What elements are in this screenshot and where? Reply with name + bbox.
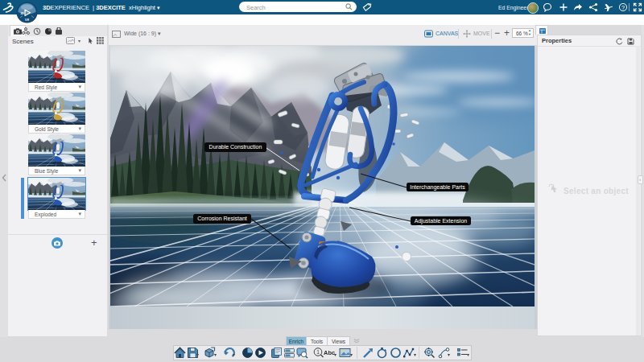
svg-text:?: ? — [621, 4, 625, 11]
svg-text:3D: 3D — [21, 12, 25, 15]
svg-text:1: 1 — [316, 349, 320, 355]
svg-text:V.R: V.R — [25, 19, 30, 22]
